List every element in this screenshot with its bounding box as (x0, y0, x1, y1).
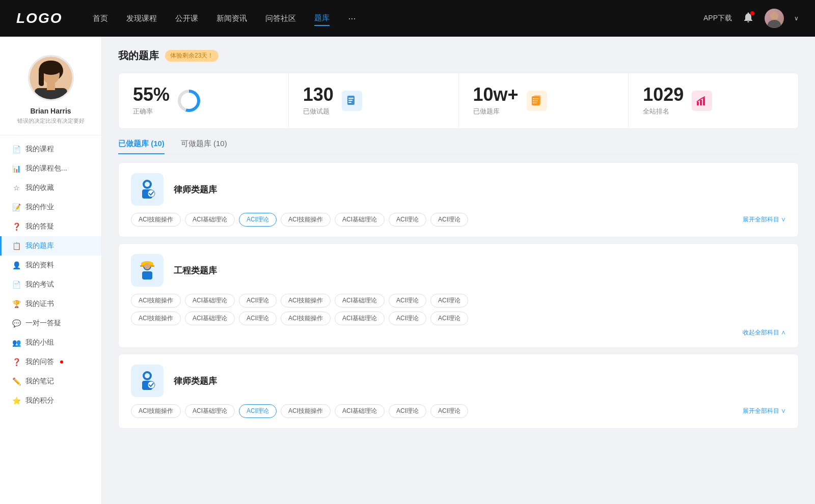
lawyer-bank-icon-2 (131, 365, 164, 397)
logo[interactable]: LOGO (16, 10, 62, 26)
nav-discover[interactable]: 发现课程 (126, 12, 157, 25)
sidebar-item-label-my-exam: 我的考试 (25, 280, 54, 289)
collapse-engineer[interactable]: 收起全部科目 ∧ (131, 325, 786, 337)
stat-done-banks-info: 10w+ 已做题库 (473, 86, 519, 116)
stat-done-questions: 130 已做试题 (289, 73, 459, 128)
sidebar-item-my-courses[interactable]: 📄 我的课程 (0, 139, 101, 159)
app-download-button[interactable]: APP下载 (703, 14, 732, 23)
tag-4-lawyer-1[interactable]: ACI基础理论 (335, 213, 385, 227)
stat-done-banks-value: 10w+ (473, 86, 519, 104)
tab-done[interactable]: 已做题库 (10) (118, 139, 165, 154)
sidebar-item-question-bank[interactable]: 📋 我的题库 (0, 236, 101, 256)
tag-2-lawyer-1[interactable]: ACI理论 (239, 213, 277, 227)
svg-rect-9 (40, 72, 44, 86)
nav-home[interactable]: 首页 (93, 12, 108, 25)
sidebar-item-my-points[interactable]: ⭐ 我的积分 (0, 391, 101, 410)
page-title: 我的题库 (118, 49, 159, 63)
tag-1-engineer-extra[interactable]: ACI基础理论 (185, 312, 235, 325)
tag-5-engineer-extra[interactable]: ACI理论 (389, 312, 426, 325)
svg-point-30 (144, 263, 150, 269)
user-avatar[interactable] (765, 9, 784, 28)
sidebar-item-one-on-one[interactable]: 💬 一对一答疑 (0, 314, 101, 333)
svg-point-0 (770, 12, 778, 20)
stat-accuracy-info: 55% 正确率 (133, 86, 170, 116)
profile-avatar[interactable] (28, 55, 74, 101)
stat-rank-value: 1029 (643, 86, 684, 104)
tag-2-engineer[interactable]: ACI理论 (239, 294, 277, 307)
navbar: LOGO 首页 发现课程 公开课 新闻资讯 问答社区 题库 ··· APP下载 … (0, 0, 815, 37)
question-bank-icon: 📋 (12, 242, 20, 250)
sidebar-item-course-packages[interactable]: 📊 我的课程包... (0, 159, 101, 178)
sidebar: Brian Harris 错误的决定比没有决定要好 📄 我的课程 📊 我的课程包… (0, 37, 102, 504)
tag-6-lawyer-2[interactable]: ACI理论 (430, 404, 468, 418)
tag-2-engineer-extra[interactable]: ACI理论 (239, 312, 277, 325)
tag-6-engineer-extra[interactable]: ACI理论 (430, 312, 468, 325)
notification-dot (750, 11, 754, 15)
tag-3-lawyer-1[interactable]: ACI技能操作 (281, 213, 331, 227)
svg-rect-19 (697, 102, 699, 105)
sidebar-item-my-qa[interactable]: ❓ 我的答疑 (0, 217, 101, 236)
tag-0-engineer[interactable]: ACI技能操作 (131, 294, 181, 307)
tag-5-lawyer-1[interactable]: ACI理论 (389, 213, 426, 227)
sidebar-item-my-profile[interactable]: 👤 我的资料 (0, 256, 101, 275)
bell-button[interactable] (742, 11, 754, 25)
tag-0-engineer-extra[interactable]: ACI技能操作 (131, 312, 181, 325)
navbar-right: APP下载 ∨ (703, 9, 799, 28)
bank-title-lawyer-2: 律师类题库 (174, 375, 217, 387)
tag-1-lawyer-1[interactable]: ACI基础理论 (185, 213, 235, 227)
nav-more[interactable]: ··· (348, 11, 356, 26)
svg-rect-8 (47, 83, 55, 90)
sidebar-item-my-group[interactable]: 👥 我的小组 (0, 333, 101, 352)
tags-row-engineer-2: ACI技能操作 ACI基础理论 ACI理论 ACI技能操作 ACI基础理论 AC… (131, 312, 786, 325)
tag-3-engineer-extra[interactable]: ACI技能操作 (281, 312, 331, 325)
sidebar-item-certificate[interactable]: 🏆 我的证书 (0, 294, 101, 314)
tag-2-lawyer-2[interactable]: ACI理论 (239, 404, 277, 418)
expand-lawyer-1[interactable]: 展开全部科目 ∨ (743, 215, 786, 224)
tag-3-lawyer-2[interactable]: ACI技能操作 (281, 404, 331, 418)
my-questions-icon: ❓ (12, 358, 20, 366)
sidebar-item-favorites[interactable]: ☆ 我的收藏 (0, 178, 101, 198)
nav-open-course[interactable]: 公开课 (175, 12, 198, 25)
tag-1-engineer[interactable]: ACI基础理论 (185, 294, 235, 307)
nav-news[interactable]: 新闻资讯 (216, 12, 247, 25)
tag-5-engineer[interactable]: ACI理论 (389, 294, 426, 307)
engineer-bank-icon (131, 254, 164, 287)
tag-0-lawyer-2[interactable]: ACI技能操作 (131, 404, 181, 418)
tags-row-engineer-1: ACI技能操作 ACI基础理论 ACI理论 ACI技能操作 ACI基础理论 AC… (131, 294, 786, 307)
tag-4-engineer[interactable]: ACI基础理论 (335, 294, 385, 307)
stat-done-banks: 10w+ 已做题库 (459, 73, 629, 128)
tag-3-engineer[interactable]: ACI技能操作 (281, 294, 331, 307)
sidebar-item-my-exam[interactable]: 📄 我的考试 (0, 275, 101, 294)
tag-0-lawyer-1[interactable]: ACI技能操作 (131, 213, 181, 227)
tag-6-lawyer-1[interactable]: ACI理论 (430, 213, 468, 227)
tags-container-lawyer-1: ACI技能操作 ACI基础理论 ACI理论 ACI技能操作 ACI基础理论 AC… (131, 213, 743, 227)
rank-chart-icon (696, 95, 708, 107)
svg-point-34 (145, 373, 150, 378)
lawyer-icon-svg-1 (136, 178, 158, 201)
svg-rect-11 (348, 98, 354, 99)
sidebar-item-my-notes[interactable]: ✏️ 我的笔记 (0, 372, 101, 391)
tag-5-lawyer-2[interactable]: ACI理论 (389, 404, 426, 418)
lawyer-icon-svg-2 (136, 370, 158, 392)
tag-6-engineer[interactable]: ACI理论 (430, 294, 468, 307)
stat-done-banks-label: 已做题库 (473, 107, 519, 116)
my-profile-icon: 👤 (12, 261, 20, 269)
tab-available[interactable]: 可做题库 (10) (181, 139, 227, 154)
user-dropdown-arrow[interactable]: ∨ (794, 15, 799, 22)
expand-lawyer-2[interactable]: 展开全部科目 ∨ (743, 407, 786, 415)
stat-accuracy-label: 正确率 (133, 107, 170, 116)
tag-1-lawyer-2[interactable]: ACI基础理论 (185, 404, 235, 418)
sidebar-item-label-favorites: 我的收藏 (25, 183, 54, 192)
tabs-row: 已做题库 (10) 可做题库 (10) (118, 139, 799, 154)
certificate-icon: 🏆 (12, 300, 20, 308)
sidebar-item-my-questions[interactable]: ❓ 我的问答 (0, 352, 101, 372)
tag-4-lawyer-2[interactable]: ACI基础理论 (335, 404, 385, 418)
sidebar-item-homework[interactable]: 📝 我的作业 (0, 198, 101, 217)
bank-card-lawyer-1: 律师类题库 ACI技能操作 ACI基础理论 ACI理论 ACI技能操作 ACI基… (118, 162, 799, 237)
nav-qa[interactable]: 问答社区 (265, 12, 296, 25)
course-packages-icon: 📊 (12, 164, 20, 173)
stat-rank-label: 全站排名 (643, 107, 684, 116)
tag-4-engineer-extra[interactable]: ACI基础理论 (335, 312, 385, 325)
svg-point-24 (145, 182, 150, 187)
nav-question-bank[interactable]: 题库 (314, 11, 330, 26)
